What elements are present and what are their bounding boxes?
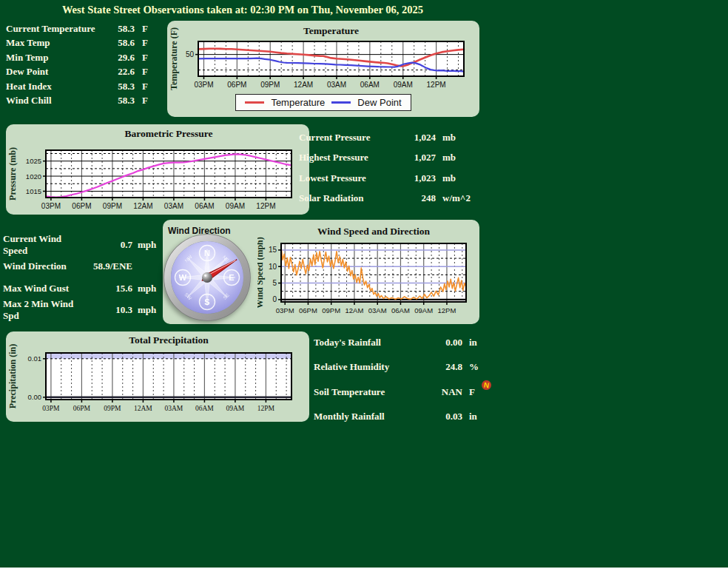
svg-text:Temperature: Temperature bbox=[303, 25, 359, 36]
stat-label: Soil Temperature bbox=[314, 386, 421, 398]
svg-text:12PM: 12PM bbox=[257, 405, 275, 412]
svg-text:0: 0 bbox=[272, 295, 277, 303]
svg-text:Wind Speed (mph): Wind Speed (mph) bbox=[257, 237, 265, 308]
stat-value: 58.9/ENE bbox=[75, 260, 132, 272]
stat-value: 22.6 bbox=[102, 66, 135, 78]
soil-temp-unit: F bbox=[469, 386, 475, 397]
wind-compass: NW NE SE SW N E S W bbox=[163, 232, 255, 323]
temperature-panel: 03PM06PM09PM12AM03AM06AM09AM12PM50Temper… bbox=[167, 21, 479, 117]
wind-speed-chart: 03PM06PM09PM12AM03AM06AM09AM12PM151050Wi… bbox=[257, 221, 479, 323]
svg-text:12PM: 12PM bbox=[438, 306, 456, 314]
stat-unit: w/m^2 bbox=[442, 192, 484, 204]
svg-text:12AM: 12AM bbox=[346, 306, 364, 314]
stat-row: Solar Radiation248w/m^2 bbox=[299, 189, 484, 209]
stat-row: Today's Rainfall0.00in bbox=[314, 330, 487, 355]
svg-text:Pressure (mb): Pressure (mb) bbox=[7, 147, 18, 201]
svg-text:09AM: 09AM bbox=[226, 405, 245, 412]
svg-text:09AM: 09AM bbox=[414, 306, 433, 314]
dew-point-line-swatch bbox=[331, 101, 351, 104]
svg-text:12AM: 12AM bbox=[134, 405, 152, 412]
stat-row: Lowest Pressure1,023mb bbox=[299, 168, 484, 189]
svg-text:09AM: 09AM bbox=[394, 81, 413, 89]
svg-text:03AM: 03AM bbox=[164, 202, 183, 210]
stat-value: 58.3 bbox=[102, 23, 135, 35]
svg-text:Precipitation (in): Precipitation (in) bbox=[7, 344, 18, 408]
stat-label: Highest Pressure bbox=[299, 152, 394, 164]
stat-row: Current Wind Speed0.7mph bbox=[3, 234, 160, 256]
precipitation-chart: 03PM06PM09PM12AM03AM06AM09AM12PM0.010.00… bbox=[6, 331, 309, 419]
svg-text:06AM: 06AM bbox=[391, 306, 410, 314]
stat-row: Wind Direction58.9/ENE bbox=[3, 256, 160, 278]
stat-value: 0.7 bbox=[75, 239, 132, 251]
stat-value: 1,023 bbox=[394, 172, 436, 184]
svg-text:12PM: 12PM bbox=[256, 202, 275, 210]
compass-hub-highlight bbox=[204, 275, 206, 277]
stat-unit: F bbox=[142, 95, 154, 107]
svg-text:09PM: 09PM bbox=[322, 306, 340, 314]
stat-label: Solar Radiation bbox=[299, 192, 394, 204]
stat-label: Current Wind Speed bbox=[3, 233, 75, 257]
svg-text:06AM: 06AM bbox=[360, 81, 380, 89]
stat-value: 58.3 bbox=[102, 81, 135, 92]
stat-value: 58.3 bbox=[102, 95, 135, 107]
stat-label: Relative Humidity bbox=[314, 361, 421, 373]
svg-text:09PM: 09PM bbox=[260, 81, 280, 89]
stat-value: 10.3 bbox=[75, 304, 132, 316]
svg-text:03PM: 03PM bbox=[276, 306, 294, 314]
stat-unit: F bbox=[142, 81, 154, 92]
svg-text:03AM: 03AM bbox=[368, 306, 387, 314]
compass-cardinal-e: E bbox=[229, 273, 234, 282]
svg-text:06PM: 06PM bbox=[227, 81, 246, 89]
stat-value: 248 bbox=[394, 192, 436, 204]
stat-row: Soil TemperatureNANFN bbox=[314, 380, 487, 405]
temperature-chart: 03PM06PM09PM12AM03AM06AM09AM12PM50Temper… bbox=[167, 21, 479, 92]
svg-text:Total Precipitation: Total Precipitation bbox=[129, 334, 209, 346]
precipitation-panel: 03PM06PM09PM12AM03AM06AM09AM12PM0.010.00… bbox=[6, 331, 309, 422]
stat-label: Current Temperature bbox=[6, 23, 102, 35]
stat-row: Dew Point22.6F bbox=[6, 65, 154, 80]
svg-text:50: 50 bbox=[186, 50, 195, 58]
stat-row: Max Wind Gust15.6mph bbox=[3, 277, 160, 300]
stat-label: Lowest Pressure bbox=[299, 172, 394, 184]
stat-label: Max 2 Min Wind Spd bbox=[3, 298, 75, 322]
stat-unit: mph bbox=[138, 283, 160, 294]
svg-text:06AM: 06AM bbox=[195, 405, 214, 412]
stat-value: 29.6 bbox=[102, 52, 135, 64]
stat-label: Dew Point bbox=[6, 66, 102, 78]
stat-value: 1,024 bbox=[394, 132, 436, 144]
stat-unit: in bbox=[469, 411, 487, 422]
svg-text:09AM: 09AM bbox=[226, 202, 245, 210]
temperature-legend: Temperature Dew Point bbox=[235, 94, 411, 111]
svg-text:06PM: 06PM bbox=[299, 306, 317, 314]
svg-text:12PM: 12PM bbox=[427, 81, 446, 89]
svg-text:06PM: 06PM bbox=[72, 202, 91, 210]
stat-row: Wind Chill58.3F bbox=[6, 94, 154, 109]
svg-text:5: 5 bbox=[272, 279, 277, 287]
svg-text:06PM: 06PM bbox=[73, 405, 91, 412]
stat-row: Min Temp29.6F bbox=[6, 50, 154, 65]
pressure-chart: 03PM06PM09PM12AM03AM06AM09AM12PM10251020… bbox=[6, 124, 309, 212]
stat-unit: F bbox=[142, 66, 154, 78]
legend-label-dew-point: Dew Point bbox=[357, 97, 401, 108]
compass-cardinal-w: W bbox=[179, 273, 187, 282]
stat-unit: mb bbox=[442, 172, 484, 184]
stat-unit: % bbox=[469, 361, 487, 373]
stat-label: Max Temp bbox=[6, 37, 102, 49]
temperature-line-swatch bbox=[245, 101, 264, 104]
svg-text:0.00: 0.00 bbox=[28, 393, 42, 401]
svg-text:03PM: 03PM bbox=[41, 202, 61, 210]
svg-text:15: 15 bbox=[269, 246, 277, 254]
stat-value: 0.03 bbox=[421, 411, 462, 422]
stat-label: Heat Index bbox=[6, 81, 102, 92]
compass-hub bbox=[202, 272, 212, 283]
svg-text:12AM: 12AM bbox=[294, 81, 313, 89]
stat-unit: F bbox=[142, 23, 154, 35]
svg-text:0.01: 0.01 bbox=[28, 354, 42, 363]
stat-unit: FN bbox=[469, 386, 487, 398]
stat-row: Current Temperature58.3F bbox=[6, 21, 154, 36]
stat-row: Highest Pressure1,027mb bbox=[299, 148, 484, 169]
compass-cardinal-n: N bbox=[204, 249, 210, 257]
svg-text:Wind Speed and Direction: Wind Speed and Direction bbox=[317, 226, 431, 237]
temperature-stats: Current Temperature58.3F Max Temp58.6F M… bbox=[6, 21, 154, 108]
svg-text:1025: 1025 bbox=[26, 157, 41, 165]
